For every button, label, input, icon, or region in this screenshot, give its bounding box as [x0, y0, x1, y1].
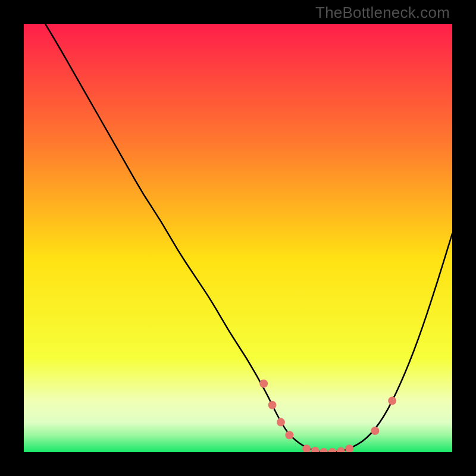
bottleneck-curve	[24, 24, 452, 452]
data-point-dot	[320, 448, 328, 452]
data-point-dot	[268, 401, 277, 409]
watermark-text: TheBottleneck.com	[315, 4, 450, 22]
data-point-dot	[345, 444, 353, 452]
plot-area	[24, 24, 452, 452]
data-point-dot	[371, 427, 379, 435]
data-point-dot	[311, 447, 320, 452]
chart-frame: TheBottleneck.com	[0, 0, 476, 476]
data-point-dot	[337, 447, 345, 452]
data-point-dot	[328, 448, 336, 452]
data-point-dot	[277, 418, 285, 427]
data-point-dot	[259, 380, 268, 388]
data-point-dot	[285, 431, 293, 439]
data-point-dot	[388, 397, 396, 405]
